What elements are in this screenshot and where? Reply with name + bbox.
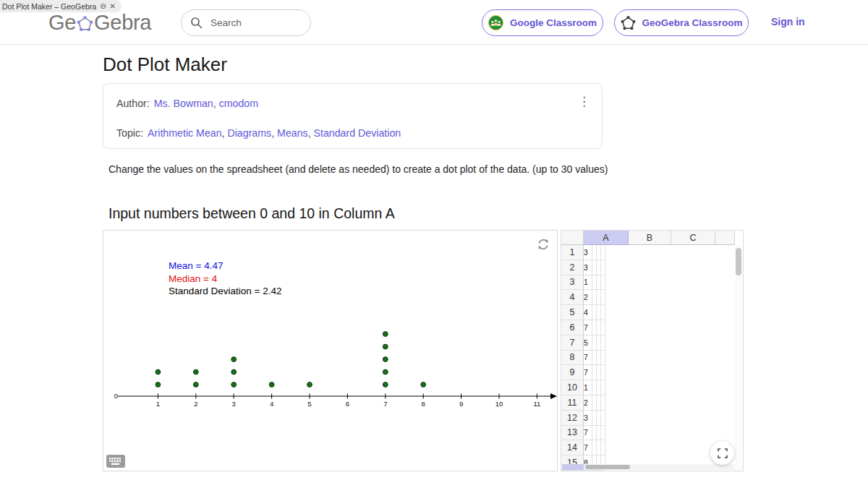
vertical-scrollbar[interactable] bbox=[735, 245, 742, 470]
horizontal-scrollbar[interactable] bbox=[562, 464, 734, 470]
spreadsheet-cell[interactable] bbox=[601, 260, 605, 275]
row-header[interactable]: 3 bbox=[561, 275, 584, 291]
corner-header-cell[interactable] bbox=[561, 231, 584, 245]
logo-pentagon-icon bbox=[77, 15, 93, 33]
graphics-view[interactable]: 12345678910110 Mean = 4.47 Median = 4 St… bbox=[103, 230, 558, 471]
row-header[interactable]: 4 bbox=[561, 290, 584, 305]
sign-in-link[interactable]: Sign in bbox=[771, 16, 805, 27]
spreadsheet-cell[interactable] bbox=[601, 380, 605, 395]
svg-text:8: 8 bbox=[422, 400, 425, 408]
column-header-partial[interactable] bbox=[715, 231, 735, 245]
logo-text-prefix: Ge bbox=[48, 11, 76, 35]
spreadsheet-cell[interactable] bbox=[601, 320, 605, 335]
svg-text:4: 4 bbox=[270, 400, 273, 408]
row-header[interactable]: 7 bbox=[561, 335, 584, 351]
spreadsheet-cell[interactable] bbox=[601, 365, 605, 380]
keyboard-toggle-button[interactable] bbox=[106, 455, 125, 468]
row-header[interactable]: 9 bbox=[561, 365, 584, 380]
tab-minimize-icon[interactable]: ⊖ bbox=[100, 3, 106, 10]
fullscreen-button[interactable] bbox=[710, 441, 734, 465]
spreadsheet-cell[interactable]: 4 bbox=[584, 305, 592, 320]
spreadsheet-cell[interactable]: 3 bbox=[584, 260, 592, 275]
row-header[interactable]: 13 bbox=[561, 426, 584, 441]
sheet-row: 123 bbox=[561, 411, 743, 426]
column-header-c[interactable]: C bbox=[671, 231, 715, 245]
spreadsheet-cell[interactable]: 7 bbox=[584, 365, 592, 380]
header-divider bbox=[0, 44, 868, 45]
browser-tab[interactable]: Dot Plot Maker – GeoGebra ⊖ ✕ bbox=[0, 0, 122, 12]
search-icon bbox=[190, 17, 203, 29]
resource-info-card: Author: Ms. Bowman, cmodom Topic: Arithm… bbox=[103, 83, 603, 149]
topic-link[interactable]: Arithmetic Mean bbox=[148, 127, 222, 139]
topic-label: Topic: bbox=[116, 127, 143, 139]
spreadsheet-cell[interactable] bbox=[601, 275, 605, 291]
spreadsheet-cell[interactable] bbox=[601, 335, 605, 351]
topic-link[interactable]: Standard Deviation bbox=[314, 127, 401, 139]
sheet-row: 112 bbox=[561, 395, 743, 411]
svg-text:9: 9 bbox=[459, 400, 463, 408]
spreadsheet-cell[interactable]: 2 bbox=[584, 395, 592, 411]
sheet-row: 23 bbox=[561, 260, 743, 275]
row-header[interactable]: 10 bbox=[561, 380, 584, 395]
reset-refresh-button[interactable] bbox=[537, 238, 550, 251]
row-header[interactable]: 14 bbox=[561, 440, 584, 455]
spreadsheet-cell[interactable] bbox=[601, 290, 605, 305]
row-header[interactable]: 8 bbox=[561, 351, 584, 366]
search-box[interactable] bbox=[181, 9, 311, 36]
spreadsheet-cell[interactable] bbox=[601, 440, 605, 455]
row-header[interactable]: 1 bbox=[561, 245, 584, 260]
svg-text:1: 1 bbox=[156, 400, 160, 408]
mean-value: Mean = 4.47 bbox=[169, 260, 281, 273]
spreadsheet-cell[interactable]: 3 bbox=[584, 411, 592, 426]
google-classroom-icon bbox=[488, 15, 503, 30]
google-classroom-label: Google Classroom bbox=[510, 17, 597, 28]
kebab-menu-icon[interactable]: ⋮ bbox=[578, 95, 590, 108]
spreadsheet-cell[interactable] bbox=[601, 351, 605, 366]
sheet-row: 13 bbox=[561, 245, 743, 260]
spreadsheet-cell[interactable] bbox=[601, 245, 605, 260]
spreadsheet-cell[interactable]: 2 bbox=[584, 290, 592, 305]
geogebra-logo[interactable]: Ge Gebra bbox=[48, 9, 151, 35]
spreadsheet-cell[interactable] bbox=[601, 426, 605, 441]
spreadsheet-body: 132331425467758797101112123137147158 bbox=[561, 245, 743, 471]
spreadsheet-cell[interactable] bbox=[601, 395, 605, 411]
topic-link[interactable]: Diagrams bbox=[227, 127, 271, 139]
author-label: Author: bbox=[116, 98, 150, 109]
spreadsheet-cell[interactable]: 1 bbox=[584, 275, 592, 291]
horizontal-scrollbar-thumb[interactable] bbox=[585, 465, 630, 469]
spreadsheet-cell[interactable] bbox=[601, 411, 605, 426]
author-link[interactable]: cmodom bbox=[219, 98, 258, 109]
spreadsheet-view: A B C 1323314254677587971011121231371471… bbox=[561, 230, 744, 471]
keyboard-icon bbox=[109, 457, 123, 466]
topic-link[interactable]: Means bbox=[277, 127, 308, 139]
tab-close-icon[interactable]: ✕ bbox=[110, 3, 116, 10]
author-link[interactable]: Ms. Bowman bbox=[154, 98, 213, 109]
sheet-row: 75 bbox=[561, 335, 743, 351]
column-header-a[interactable]: A bbox=[584, 231, 629, 245]
spreadsheet-cell[interactable]: 3 bbox=[584, 245, 592, 260]
horizontal-scrollbar-track[interactable] bbox=[584, 464, 734, 470]
row-header[interactable]: 12 bbox=[561, 411, 584, 426]
spreadsheet-cell[interactable]: 5 bbox=[584, 335, 592, 351]
row-header[interactable]: 11 bbox=[561, 395, 584, 411]
spreadsheet-cell[interactable]: 7 bbox=[584, 351, 592, 366]
sheet-row: 67 bbox=[561, 320, 743, 335]
spreadsheet-cell[interactable] bbox=[601, 305, 605, 320]
spreadsheet-cell[interactable]: 7 bbox=[584, 426, 592, 441]
google-classroom-button[interactable]: Google Classroom bbox=[482, 9, 603, 36]
row-header[interactable]: 2 bbox=[561, 260, 584, 275]
row-header[interactable]: 6 bbox=[561, 320, 584, 335]
geogebra-classroom-button[interactable]: GeoGebra Classroom bbox=[614, 9, 749, 36]
author-links: Ms. Bowman, cmodom bbox=[154, 98, 258, 109]
column-header-b[interactable]: B bbox=[629, 231, 671, 245]
search-input[interactable] bbox=[209, 17, 294, 29]
spreadsheet-cell[interactable]: 7 bbox=[584, 440, 592, 455]
median-value: Median = 4 bbox=[169, 273, 281, 286]
vertical-scrollbar-thumb[interactable] bbox=[736, 248, 741, 275]
description-text: Change the values on the spreadsheet (an… bbox=[109, 163, 774, 175]
spreadsheet-cell[interactable]: 7 bbox=[584, 320, 592, 335]
topic-links: Arithmetic Mean, Diagrams, Means, Standa… bbox=[148, 127, 401, 139]
row-header[interactable]: 5 bbox=[561, 305, 584, 320]
spreadsheet-cell[interactable]: 1 bbox=[584, 380, 592, 395]
svg-text:7: 7 bbox=[383, 400, 387, 408]
